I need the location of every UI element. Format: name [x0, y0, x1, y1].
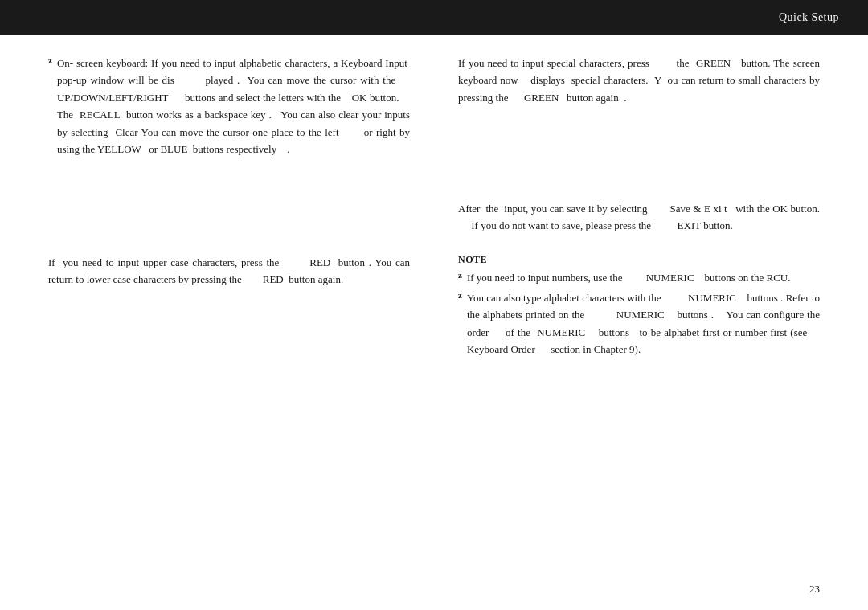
note-1-text: If you need to input numbers, use the NU…	[467, 269, 791, 286]
left-col-paragraph: On- screen keyboard: If you need to inpu…	[57, 55, 410, 158]
note-1-paragraph: If you need to input numbers, use the NU…	[467, 269, 791, 286]
header-title: Quick Setup	[779, 11, 839, 24]
note-2-text: You can also type alphabet characters wi…	[467, 289, 820, 358]
note-2-paragraph: You can also type alphabet characters wi…	[467, 289, 820, 358]
middle-right-paragraph: After the input, you can save it by sele…	[458, 200, 820, 235]
middle-section: After the input, you can save it by sele…	[48, 200, 820, 235]
note-item-1: z If you need to input numbers, use the …	[458, 269, 820, 286]
spacer-1	[48, 163, 820, 187]
bullet-icon: z	[48, 55, 52, 158]
page-number: 23	[809, 583, 820, 596]
bottom-right-column: NOTE z If you need to input numbers, use…	[450, 254, 820, 362]
left-bullet-section: z On- screen keyboard: If you need to in…	[48, 55, 410, 158]
page-content: z On- screen keyboard: If you need to in…	[0, 35, 868, 610]
middle-right-column: After the input, you can save it by sele…	[450, 200, 820, 235]
middle-right-text: After the input, you can save it by sele…	[458, 200, 820, 235]
left-column: z On- screen keyboard: If you need to in…	[48, 55, 418, 163]
bottom-section: If you need to input upper case characte…	[48, 254, 820, 362]
top-section: z On- screen keyboard: If you need to in…	[48, 55, 820, 163]
right-col-text: If you need to input special characters,…	[458, 55, 820, 106]
right-column: If you need to input special characters,…	[450, 55, 820, 163]
bottom-left-paragraph: If you need to input upper case characte…	[48, 254, 410, 289]
bottom-left-text: If you need to input upper case characte…	[48, 254, 410, 289]
note-item-2: z You can also type alphabet characters …	[458, 289, 820, 358]
note-label: NOTE	[458, 254, 820, 266]
note-bullet-1: z	[458, 270, 462, 286]
middle-left-column	[48, 200, 418, 235]
page-header: Quick Setup	[0, 0, 868, 35]
left-col-text: On- screen keyboard: If you need to inpu…	[57, 55, 410, 158]
spacer-2	[48, 235, 820, 246]
right-col-paragraph: If you need to input special characters,…	[458, 55, 820, 106]
note-bullet-2: z	[458, 290, 462, 358]
bottom-left-column: If you need to input upper case characte…	[48, 254, 418, 362]
